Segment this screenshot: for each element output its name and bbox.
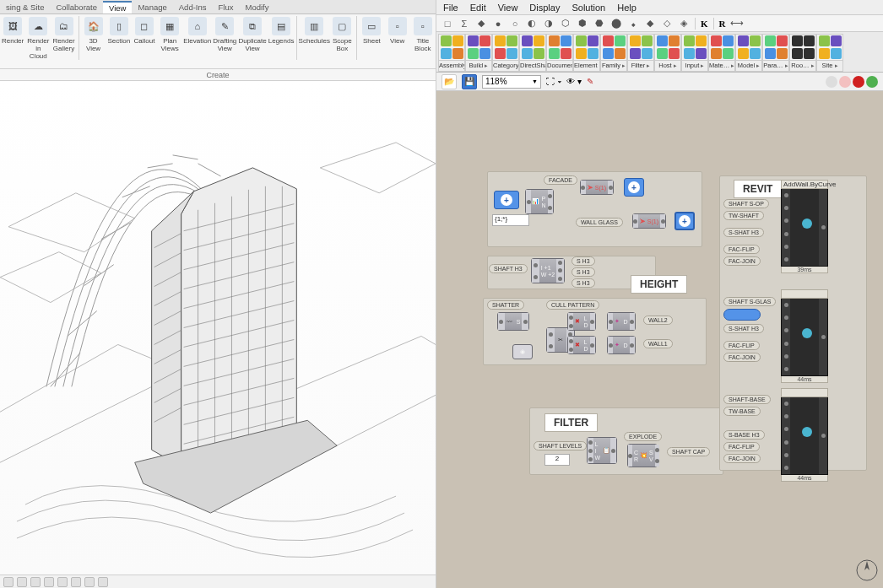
r-icon[interactable]: R (719, 19, 726, 29)
category-element[interactable]: Element ▸ (573, 34, 600, 72)
toolbar-icon[interactable]: ◐ (526, 18, 538, 30)
toolbar-icon[interactable]: ◈ (678, 18, 690, 30)
pill-explode[interactable]: EXPLODE (624, 432, 662, 441)
node-cull[interactable]: ✖LD (567, 312, 596, 331)
pill[interactable]: FAC-FLIP (723, 245, 760, 254)
category-host[interactable]: Host ▸ (654, 34, 681, 72)
toolbar-icon[interactable]: ● (492, 18, 504, 30)
pill[interactable]: FAC-JOIN (723, 454, 761, 463)
k-icon[interactable]: K (701, 19, 708, 29)
pill-shatter[interactable]: SHATTER (487, 300, 524, 310)
pill[interactable]: TW-SHAFT (723, 211, 764, 220)
toolbar-icon[interactable]: ○ (509, 18, 521, 30)
status-icon[interactable] (98, 577, 108, 587)
node-cull[interactable]: ✖LD (567, 336, 596, 354)
pill[interactable]: SHAFT S-OP (723, 199, 769, 208)
node-series[interactable]: I +1W +2 (531, 258, 565, 283)
ribbon-schedules[interactable]: ▥Schedules (299, 16, 329, 46)
tab-modify[interactable]: Modify (239, 2, 274, 13)
revit-component-addwall[interactable]: 44ms (781, 289, 828, 383)
pill[interactable]: FAC-FLIP (723, 442, 760, 451)
status-icon[interactable] (3, 577, 14, 587)
toolbar-icon[interactable]: ◆ (644, 18, 656, 30)
pill[interactable]: S-SHAT H3 (723, 228, 764, 237)
toolbar-icon[interactable]: Σ (458, 18, 470, 30)
ribbon-drafting-view[interactable]: ✎Drafting View (212, 16, 237, 53)
pill[interactable]: TW-BASE (723, 407, 761, 416)
pill-facade[interactable]: FACADE (544, 175, 577, 185)
toolbar-icon[interactable]: ⬤ (610, 18, 622, 30)
category-para[interactable]: Para… ▸ (762, 34, 789, 72)
ribbon-view[interactable]: ▫View (385, 16, 410, 46)
status-icon[interactable] (71, 577, 81, 587)
ribbon-elevation[interactable]: ⌂Elevation (182, 16, 212, 46)
gh-canvas[interactable]: REVIT HEIGHT FILTER + 📊PN {1;*} FACADE ⮞… (436, 91, 883, 588)
pill-shaftcap[interactable]: SHAFT CAP (667, 447, 710, 456)
ribbon-plan-views[interactable]: ▦Plan Views (157, 16, 182, 53)
revit-component-addwall[interactable]: 44ms (781, 388, 828, 482)
ribbon-duplicate-view[interactable]: ⧉Duplicate View (237, 16, 267, 53)
category-roo[interactable]: Roo… ▸ (789, 34, 816, 72)
status-icon[interactable] (17, 577, 27, 587)
category-build[interactable]: Build ▸ (465, 34, 492, 72)
node-dispatch[interactable]: ✦D (607, 312, 636, 331)
node-toggle[interactable]: ◉ (512, 344, 533, 359)
node-curve[interactable]: 〰S (497, 312, 529, 331)
ribbon-callout[interactable]: ◻Callout (132, 16, 157, 46)
pill[interactable]: SHAFT S-GLAS (723, 297, 776, 306)
menu-file[interactable]: File (443, 3, 458, 13)
category-category[interactable]: Category ▸ (492, 34, 519, 72)
status-icon[interactable] (30, 577, 41, 587)
select-icon[interactable] (853, 76, 864, 88)
param[interactable] (723, 309, 761, 321)
tab-addins[interactable]: Add-Ins (173, 2, 213, 13)
node-stream[interactable]: ⮞ S(1) (580, 180, 614, 195)
ribbon-3d-view[interactable]: 🏠3D View (80, 16, 106, 53)
category-site[interactable]: Site ▸ (816, 34, 843, 72)
pill-shaft-h3[interactable]: SHAFT H3 (489, 264, 528, 273)
sketch-icon[interactable]: ✎ (587, 77, 593, 86)
slider-value[interactable]: 2 (544, 454, 570, 466)
toolbar-icon[interactable]: ⬣ (593, 18, 605, 30)
save-icon[interactable]: 💾 (462, 74, 477, 89)
wire-icon[interactable] (839, 76, 851, 88)
pill-wall1[interactable]: WALL1 (643, 339, 673, 348)
ribbon-title-block[interactable]: ▫Title Block (410, 16, 436, 53)
toolbar-icon[interactable]: ⬡ (560, 18, 572, 30)
zoom-select[interactable]: 118%▼ (482, 75, 541, 89)
extra-icon[interactable]: ⟷ (731, 18, 743, 30)
toolbar-icon[interactable]: ⬥ (627, 18, 639, 30)
ribbon-sheet[interactable]: ▭Sheet (359, 16, 384, 46)
node-dispatch[interactable]: ✦D (607, 336, 636, 354)
category-document[interactable]: Document ▸ (546, 34, 573, 72)
pill-wall2[interactable]: WALL2 (643, 316, 673, 325)
menu-help[interactable]: Help (617, 3, 637, 13)
pill[interactable]: SHAFT-BASE (723, 395, 771, 404)
pill[interactable]: FAC-JOIN (723, 256, 761, 266)
pill[interactable]: S-BASE H3 (723, 430, 765, 440)
node-graft[interactable]: 📊PN (525, 189, 554, 214)
ribbon-legends[interactable]: ▤Legends (268, 16, 295, 46)
category-mate[interactable]: Mate… ▸ (708, 34, 735, 72)
menu-solution[interactable]: Solution (572, 3, 605, 13)
param-output[interactable]: + (624, 178, 644, 197)
node-explode[interactable]: CR💥SV (627, 444, 658, 467)
param-output-selected[interactable]: + (674, 212, 695, 230)
revit-3d-viewport[interactable] (0, 81, 436, 575)
preview-icon[interactable]: 👁 ▾ (566, 77, 582, 86)
pill-wallglass[interactable]: WALL GLASS (576, 218, 623, 227)
toolbar-icon[interactable]: ◆ (475, 18, 487, 30)
shade-icon[interactable] (826, 76, 837, 88)
tab-massing-site[interactable]: sing & Site (0, 2, 50, 13)
status-icon[interactable] (57, 577, 68, 587)
toolbar-icon[interactable]: ◑ (543, 18, 555, 30)
tab-collaborate[interactable]: Collaborate (50, 2, 103, 13)
only-icon[interactable] (866, 76, 878, 88)
menu-view[interactable]: View (498, 3, 518, 13)
pill[interactable]: FAC-JOIN (723, 353, 761, 362)
toolbar-icon[interactable]: ⬢ (577, 18, 588, 30)
menu-edit[interactable]: Edit (470, 3, 486, 13)
toolbar-icon[interactable]: □ (442, 18, 453, 30)
category-filter[interactable]: Filter ▸ (627, 34, 654, 72)
pill-sh3[interactable]: S H3 (572, 267, 595, 277)
